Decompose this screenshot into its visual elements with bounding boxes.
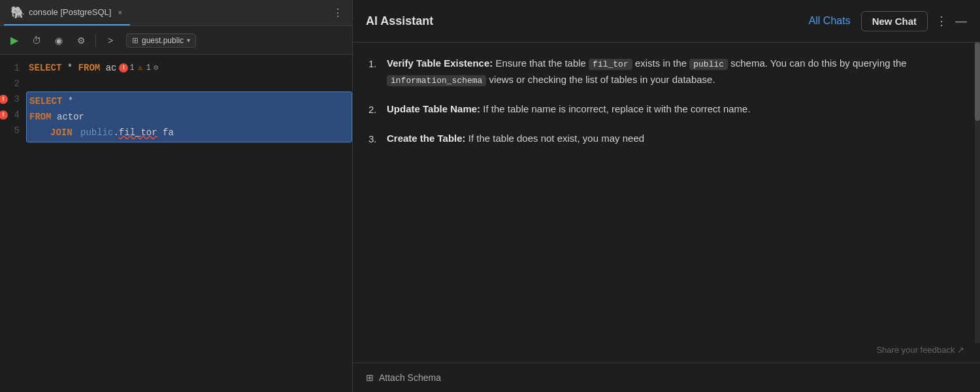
line4-error-dot: ! (0, 110, 8, 120)
list-body-2: Update Table Name: If the table name is … (387, 101, 964, 117)
console-tab[interactable]: 🐘 console [PostgreSQL] × (4, 0, 130, 25)
dot-5: . (113, 125, 118, 140)
code-content[interactable]: SELECT * FROM ac ! 1 ⚠ 1 ⚙ (26, 55, 352, 392)
error-count-1: 1 (129, 60, 134, 76)
keyword-from-1: FROM (78, 60, 101, 76)
item1-bold: Verify Table Existence: (387, 57, 493, 69)
tab-label: console [PostgreSQL] (29, 7, 111, 17)
code-line-4: FROM actor (29, 109, 349, 125)
feedback-text[interactable]: Share your feedback ↗ (876, 345, 964, 355)
toolbar-divider (95, 34, 96, 47)
list-num-2: 2. (368, 101, 387, 118)
feedback-row[interactable]: Share your feedback ↗ (353, 345, 980, 363)
item1-code2: public (689, 59, 728, 70)
line-num-3: ! 3 (0, 91, 20, 107)
toolbar: ▶ ⏱ ◉ ⚙ > ⊞ guest.public ▾ (0, 26, 352, 55)
line-num-4: ! 4 (0, 107, 20, 123)
star-3: * (62, 93, 73, 109)
right-panel: AI Assistant All Chats New Chat ⋮ — 1. V… (353, 0, 980, 392)
item1-code1: fil_tor (589, 59, 632, 70)
run-button[interactable]: ▶ (5, 31, 24, 50)
item3-text1: If the table does not exist, you may nee… (468, 133, 644, 144)
scrollbar-track (975, 42, 980, 343)
item1-text2: exists in the (635, 57, 689, 69)
list-num-3: 3. (368, 131, 387, 147)
item1-text1: Ensure that the table (495, 57, 589, 69)
attach-footer[interactable]: ⊞ Attach Schema (353, 363, 980, 392)
code-line-2 (26, 76, 352, 91)
line-num-1: 1 (0, 60, 20, 76)
selection-highlight: SELECT * FROM actor JOIN publi (26, 91, 352, 142)
left-panel: 🐘 console [PostgreSQL] × ⋮ ▶ ⏱ ◉ ⚙ > ⊞ g… (0, 0, 353, 392)
tab-more-icon[interactable]: ⋮ (327, 7, 348, 19)
ai-title: AI Assistant (366, 14, 809, 28)
elephant-icon: 🐘 (10, 5, 25, 20)
code-line-1: SELECT * FROM ac ! 1 ⚠ 1 ⚙ (26, 60, 352, 76)
minimize-icon[interactable]: — (955, 14, 967, 28)
record-icon: ◉ (55, 35, 63, 46)
error-circle-1: ! (119, 63, 128, 73)
warn-triangle-1: ⚠ (136, 63, 145, 73)
code-line-3: SELECT * (29, 93, 349, 109)
item1-code3: information_schema (387, 75, 486, 86)
keyword-select-3: SELECT (29, 93, 62, 109)
list-body-3: Create the Table: If the table does not … (387, 131, 964, 146)
ai-content: 1. Verify Table Existence: Ensure that t… (353, 42, 980, 345)
schema-selector[interactable]: ⊞ guest.public ▾ (126, 33, 196, 48)
record-button[interactable]: ◉ (50, 31, 68, 50)
line3-error-dot: ! (0, 95, 8, 104)
keyword-from-4: FROM (29, 109, 52, 125)
header-more-icon[interactable]: ⋮ (936, 14, 947, 28)
history-button[interactable]: ⏱ (27, 31, 46, 50)
table-5: fil_tor (119, 125, 157, 140)
list-item-1: 1. Verify Table Existence: Ensure that t… (368, 56, 964, 88)
line-num-5: 5 (0, 123, 20, 139)
table-4: actor (52, 109, 84, 125)
item1-text3: schema. You can do this by querying the (730, 57, 906, 69)
warn-count-1: 1 (146, 60, 151, 76)
list-item-3: 3. Create the Table: If the table does n… (368, 131, 964, 147)
line-numbers: 1 2 ! 3 ! 4 5 (0, 55, 26, 392)
line-num-2: 2 (0, 76, 20, 91)
error-badge-1: ! 1 ⚠ 1 (119, 60, 150, 76)
selected-code-block: SELECT * FROM actor JOIN publi (26, 91, 352, 142)
new-chat-button[interactable]: New Chat (861, 11, 928, 31)
star-1: * (61, 60, 78, 76)
item2-text1: If the table name is incorrect, replace … (483, 103, 750, 114)
settings-button[interactable]: ⚙ (72, 31, 90, 50)
space-5 (73, 125, 78, 140)
schema-5: public (80, 125, 113, 140)
tab-bar: 🐘 console [PostgreSQL] × ⋮ (0, 0, 352, 26)
arrow-icon: > (108, 35, 113, 46)
list-body-1: Verify Table Existence: Ensure that the … (387, 56, 964, 88)
all-chats-button[interactable]: All Chats (809, 15, 851, 27)
schema-text: guest.public (142, 36, 184, 45)
history-icon: ⏱ (32, 35, 41, 46)
gear-inline-1: ⚙ (154, 60, 158, 76)
item3-bold: Create the Table: (387, 133, 466, 144)
item1-text4: views or checking the list of tables in … (489, 74, 715, 85)
list-item-2: 2. Update Table Name: If the table name … (368, 101, 964, 118)
attach-schema-icon: ⊞ (366, 372, 374, 383)
editor-area: 1 2 ! 3 ! 4 5 SELECT * FROM ac ! 1 (0, 55, 352, 392)
run-icon: ▶ (10, 34, 18, 46)
arrow-button[interactable]: > (101, 31, 120, 50)
table-1: ac (100, 60, 116, 76)
list-num-1: 1. (368, 56, 387, 72)
attach-schema-label: Attach Schema (379, 372, 441, 383)
scrollbar-thumb[interactable] (975, 42, 980, 121)
keyword-select-1: SELECT (29, 60, 61, 76)
ai-header: AI Assistant All Chats New Chat ⋮ — (353, 0, 980, 42)
code-line-5: JOIN public . fil_tor fa (29, 125, 349, 140)
gear-icon: ⚙ (77, 35, 86, 46)
item2-bold: Update Table Name: (387, 103, 480, 114)
chevron-down-icon: ▾ (187, 37, 190, 44)
alias-5: fa (157, 125, 174, 140)
ai-response-list: 1. Verify Table Existence: Ensure that t… (368, 56, 964, 147)
tab-close-icon[interactable]: × (118, 8, 122, 16)
schema-db-icon: ⊞ (132, 36, 139, 45)
keyword-join-5: JOIN (50, 125, 73, 140)
